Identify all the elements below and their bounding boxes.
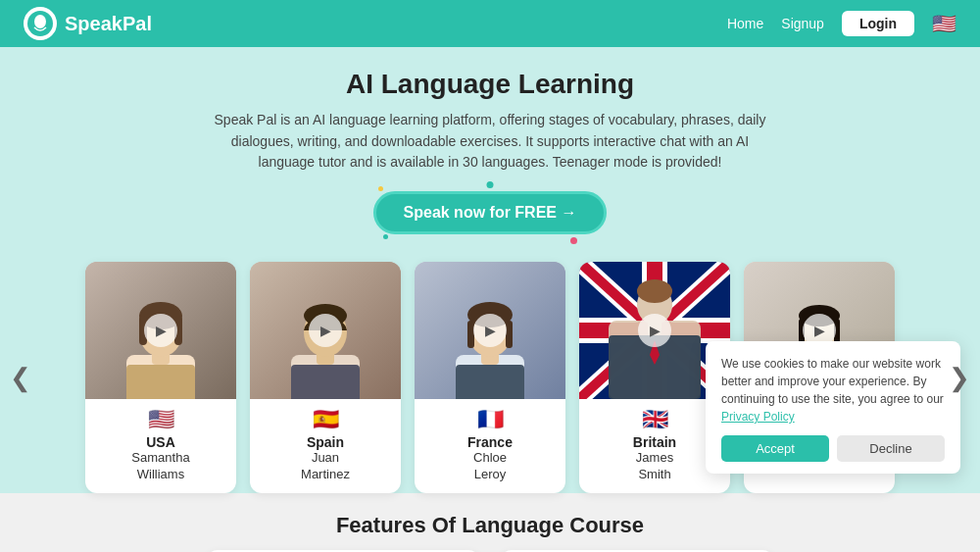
deco-dot-2 (570, 237, 577, 244)
flag-france: 🇫🇷 (424, 407, 556, 432)
deco-dot-1 (486, 181, 493, 188)
deco-dot-4 (383, 234, 388, 239)
country-france: France (424, 434, 556, 450)
navbar: SpeakPal Home Signup Login 🇺🇸 (0, 0, 980, 47)
card-image-france: ▶ (415, 262, 565, 399)
svg-rect-18 (456, 365, 524, 399)
features-title: Features Of Language Course (39, 513, 941, 538)
features-section: Features Of Language Course (0, 493, 980, 552)
play-button-usa[interactable]: ▶ (144, 314, 177, 347)
svg-rect-4 (126, 365, 195, 399)
cookie-message: We use cookies to make our website work … (721, 355, 945, 426)
accept-button[interactable]: Accept (721, 435, 829, 462)
name-usa: SamanthaWilliams (95, 450, 226, 483)
carousel-right-arrow[interactable]: ❯ (939, 352, 980, 402)
name-britain: JamesSmith (589, 450, 720, 483)
cookie-actions: Accept Decline (721, 435, 945, 462)
name-spain: JuanMartinez (260, 450, 391, 483)
brand-name: SpeakPal (65, 13, 152, 35)
country-usa: USA (95, 434, 226, 450)
login-button[interactable]: Login (842, 11, 914, 36)
cta-button[interactable]: Speak now for FREE → (373, 191, 608, 234)
play-button-france[interactable]: ▶ (473, 314, 507, 347)
hero-section: AI Language Learning Speak Pal is an AI … (0, 47, 980, 262)
carousel-left-arrow[interactable]: ❮ (0, 352, 41, 402)
country-britain: Britain (589, 434, 720, 450)
privacy-policy-link[interactable]: Privacy Policy (721, 410, 795, 424)
play-button-spain[interactable]: ▶ (309, 314, 342, 347)
nav-home[interactable]: Home (727, 16, 763, 31)
cookie-banner: We use cookies to make our website work … (706, 341, 960, 474)
play-button-britain[interactable]: ▶ (638, 314, 671, 347)
flag-britain: 🇬🇧 (589, 407, 720, 432)
svg-rect-23 (506, 321, 513, 348)
svg-rect-12 (291, 365, 360, 399)
cta-wrapper: Speak now for FREE → (373, 191, 608, 234)
country-spain: Spain (260, 434, 391, 450)
card-info-spain: 🇪🇸 Spain JuanMartinez (250, 399, 401, 493)
svg-point-38 (637, 279, 672, 303)
deco-dot-3 (378, 186, 383, 191)
brand: SpeakPal (24, 7, 152, 40)
card-info-usa: 🇺🇸 USA SamanthaWilliams (85, 399, 236, 493)
nav-signup[interactable]: Signup (781, 16, 824, 31)
name-france: ChloeLeroy (424, 450, 556, 483)
language-flag[interactable]: 🇺🇸 (932, 12, 956, 35)
flag-usa: 🇺🇸 (95, 407, 226, 432)
card-info-france: 🇫🇷 France ChloeLeroy (415, 399, 565, 493)
person-card-usa[interactable]: ▶ 🇺🇸 USA SamanthaWilliams (85, 262, 236, 493)
hero-title: AI Language Learning (20, 69, 960, 100)
decline-button[interactable]: Decline (837, 435, 945, 462)
person-card-spain[interactable]: ▶ 🇪🇸 Spain JuanMartinez (250, 262, 401, 493)
flag-spain: 🇪🇸 (260, 407, 391, 432)
svg-point-1 (34, 15, 46, 28)
card-image-spain: ▶ (250, 262, 401, 399)
brand-icon (24, 7, 57, 40)
hero-description: Speak Pal is an AI language learning pla… (206, 110, 774, 174)
person-card-france[interactable]: ▶ 🇫🇷 France ChloeLeroy (415, 262, 565, 493)
navbar-links: Home Signup Login 🇺🇸 (727, 11, 956, 36)
card-image-usa: ▶ (85, 262, 236, 399)
